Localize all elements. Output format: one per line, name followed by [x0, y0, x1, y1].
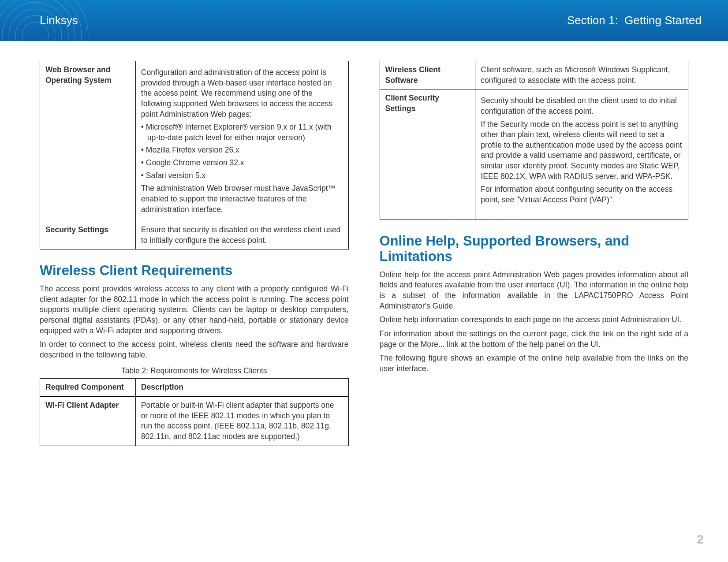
list-item: Microsoft® Internet Explorer® version 9.… — [141, 122, 343, 143]
page-header: Linksys Section 1: Getting Started — [0, 0, 728, 41]
spacer — [481, 208, 683, 216]
list-item: Safari version 5.x — [141, 171, 343, 181]
paragraph: Online help for the access point Adminis… — [380, 270, 689, 312]
page-number: 2 — [697, 532, 704, 547]
table-row: Wi-Fi Client Adapter Portable or built-i… — [40, 397, 349, 446]
row-desc: Configuration and administration of the … — [135, 61, 348, 221]
col-header: Required Component — [40, 379, 136, 397]
brand-logo: Linksys — [40, 14, 78, 27]
page-body: Web Browser and Operating System Configu… — [0, 41, 728, 464]
section-title: Getting Started — [624, 14, 702, 27]
row-label: Client Security Settings — [380, 89, 475, 220]
row-label: Security Settings — [40, 221, 136, 249]
section-label: Section 1: Getting Started — [567, 14, 702, 27]
table-row: Security Settings Ensure that security i… — [40, 221, 349, 249]
row-desc: Portable or built-in Wi-Fi client adapte… — [135, 397, 348, 446]
row-desc: Ensure that security is disabled on the … — [135, 221, 348, 249]
browser-list: Microsoft® Internet Explorer® version 9.… — [141, 122, 343, 181]
row-label: Web Browser and Operating System — [40, 61, 136, 221]
table-row: Web Browser and Operating System Configu… — [40, 61, 349, 221]
paragraph: The access point provides wireless acces… — [40, 284, 349, 336]
list-item: Mozilla Firefox version 26.x — [141, 145, 343, 156]
right-column: Wireless Client Software Client software… — [380, 61, 689, 446]
heading-online-help: Online Help, Supported Browsers, and Lim… — [380, 233, 689, 264]
row-desc: Client software, such as Microsoft Windo… — [475, 61, 688, 89]
row-label: Wireless Client Software — [380, 61, 475, 89]
paragraph: Online help information corresponds to e… — [380, 315, 689, 325]
table-row: Client Security Settings Security should… — [380, 89, 688, 220]
col-header: Description — [135, 379, 348, 397]
table-caption: Table 2: Requirements for Wireless Clien… — [40, 366, 349, 376]
wireless-client-req-table: Required Component Description Wi-Fi Cli… — [40, 378, 349, 446]
list-item: Google Chrome version 32.x — [141, 158, 343, 168]
paragraph: For information about the settings on th… — [380, 329, 689, 350]
section-prefix: Section 1: — [567, 14, 618, 27]
paragraph: Configuration and administration of the … — [141, 67, 343, 119]
heading-wireless-client-req: Wireless Client Requirements — [40, 263, 349, 279]
paragraph: The following figure shows an example of… — [380, 353, 689, 374]
table-header-row: Required Component Description — [40, 379, 349, 397]
admin-requirements-table: Web Browser and Operating System Configu… — [40, 61, 349, 249]
paragraph: In order to connect to the access point,… — [40, 339, 349, 360]
paragraph: For information about configuring securi… — [481, 184, 683, 205]
wireless-client-req-table-cont: Wireless Client Software Client software… — [380, 61, 689, 220]
row-desc: Security should be disabled on the clien… — [475, 89, 688, 220]
table-row: Wireless Client Software Client software… — [380, 61, 688, 89]
left-column: Web Browser and Operating System Configu… — [40, 61, 349, 446]
paragraph: If the Security mode on the access point… — [481, 119, 683, 182]
paragraph: The administration Web browser must have… — [141, 183, 343, 215]
paragraph: Security should be disabled on the clien… — [481, 96, 683, 116]
row-label: Wi-Fi Client Adapter — [40, 397, 136, 446]
